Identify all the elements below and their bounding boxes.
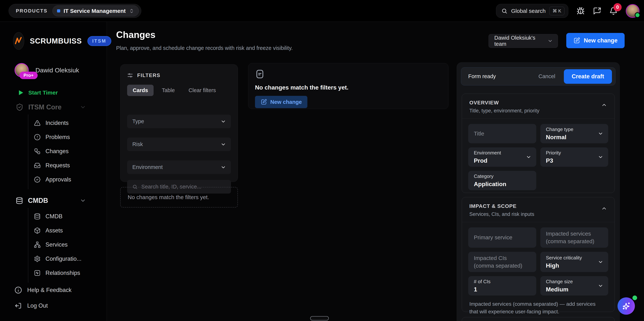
cancel-button[interactable]: Cancel [538,73,555,79]
sidebar-item-incidents[interactable]: Incidents [34,116,106,130]
impact-subtitle: Services, CIs, and risk inputs [469,211,607,217]
new-change-label: New change [584,37,618,44]
chevron-down-icon [220,119,226,124]
environment-filter-select[interactable]: Environment [127,160,231,174]
triangle-alert-icon [34,120,41,126]
sidebar-item-relationships[interactable]: Relationships [34,266,106,280]
shield-check-icon [16,103,24,111]
priority-field[interactable]: Priority P3 [540,147,608,167]
main-content: Changes Plan, approve, and schedule chan… [107,22,644,321]
environment-field[interactable]: Environment Prod [468,147,536,167]
title-field [468,124,536,143]
horizontal-scroll-handle[interactable] [310,316,329,321]
change-size-label: Change size [546,279,596,285]
team-selector[interactable]: Dawid Oleksiuk's team [488,34,558,48]
brand-mark-icon [13,35,24,46]
chevron-up-icon[interactable] [601,205,607,211]
impact-scope-section: IMPACT & SCOPE Services, CIs, and risk i… [462,197,615,312]
service-criticality-value: High [546,262,596,269]
form-status-text: Form ready [468,73,496,79]
chevron-down-icon [548,38,553,44]
sidebar-item-services[interactable]: Services [34,238,106,252]
results-empty-message: No changes match the filters yet. [255,84,442,91]
change-type-value: Normal [546,134,596,141]
sidebar-item-configuration[interactable]: Configuratio... [34,252,106,266]
sidebar-item-label: Changes [46,148,68,155]
category-value: Application [474,181,524,187]
chevrons-up-down-icon [129,8,134,13]
change-size-field[interactable]: Change size Medium [540,276,608,296]
user-avatar[interactable] [626,4,640,18]
assistant-online-dot [632,296,637,300]
start-timer-button[interactable]: Start Timer [0,77,106,96]
database-icon [34,213,41,220]
start-timer-label: Start Timer [28,90,58,96]
sidebar-item-approvals[interactable]: Approvals [34,172,106,187]
view-table-button[interactable]: Table [156,85,180,96]
top-bar-actions: Global search ⌘ K 0 [496,0,640,22]
chevron-down-icon [80,197,86,204]
priority-label: Priority [546,150,596,156]
new-change-empty-label: New change [270,99,302,105]
feedback-share-button[interactable] [593,7,601,15]
bug-report-button[interactable] [576,7,585,15]
filters-title: FILTERS [137,73,160,78]
logout-button[interactable]: Log Out [0,298,106,314]
play-icon [19,90,24,95]
risk-filter-label: Risk [132,141,143,147]
impacted-services-field[interactable]: Impacted services (comma separated) [540,227,608,248]
database-icon [16,197,23,204]
box-icon [34,227,41,234]
inbox-icon [34,162,41,169]
new-change-empty-button[interactable]: New change [255,96,307,108]
logout-icon [14,302,22,310]
sidebar-group-cmdb[interactable]: CMDB [0,189,106,204]
notifications-button[interactable]: 0 [609,7,618,15]
sidebar-item-assets[interactable]: Assets [34,223,106,238]
view-cards-button[interactable]: Cards [127,85,154,96]
global-search[interactable]: Global search ⌘ K [496,4,568,18]
brand-name: SCRUMBUISS [30,37,82,45]
message-share-icon [593,7,601,15]
new-change-button[interactable]: New change [566,33,624,48]
assistant-fab-button[interactable] [618,297,635,315]
chevron-down-icon [220,142,226,147]
activity-square-icon [34,270,41,276]
sidebar-footer: Help & Feedback Log Out [0,282,106,314]
help-feedback-button[interactable]: Help & Feedback [0,282,106,298]
sidebar-group-itsm-core[interactable]: ITSM Core [0,96,106,111]
category-field[interactable]: Category Application [468,171,536,190]
num-cis-input[interactable] [474,286,524,293]
impact-title: IMPACT & SCOPE [469,203,607,209]
sidebar-item-changes[interactable]: Changes [34,144,106,158]
chevron-down-icon [220,164,226,170]
type-filter-select[interactable]: Type [127,115,231,128]
primary-service-field[interactable]: Primary service [468,227,536,248]
title-input[interactable] [474,131,524,137]
risk-filter-select[interactable]: Risk [127,138,231,151]
sidebar-item-requests[interactable]: Requests [34,158,106,172]
group-label-cmdb: CMDB [28,197,48,204]
impacted-cis-field[interactable]: Impacted CIs (comma separated) [468,252,536,272]
filters-header: FILTERS [127,72,231,78]
chevron-up-icon[interactable] [601,102,607,108]
alert-circle-icon [34,134,41,141]
products-label: PRODUCTS [16,8,48,14]
user-row[interactable]: Dawid Oleksiuk Pro+ [0,50,106,77]
overview-title: OVERVIEW [469,100,607,106]
form-status-bar: Form ready Cancel Create draft [461,67,616,85]
change-type-field[interactable]: Change type Normal [540,124,608,143]
create-draft-button[interactable]: Create draft [564,69,612,84]
chevron-down-icon [80,104,86,110]
sidebar-item-cmdb[interactable]: CMDB [34,209,106,223]
sidebar-item-label: Requests [46,162,70,169]
sidebar-item-problems[interactable]: Problems [34,130,106,144]
app-root: PRODUCTS IT Service Management Global se… [0,0,644,321]
change-form-panel: Form ready Cancel Create draft OVERVIEW … [457,62,620,321]
product-switcher[interactable]: IT Service Management [52,5,139,16]
overview-section: OVERVIEW Title, type, environment, prior… [462,94,615,193]
clear-filters-button[interactable]: Clear filters [183,85,222,96]
gear-icon [34,256,41,262]
service-criticality-field[interactable]: Service criticality High [540,252,608,272]
brand-logo[interactable] [13,32,24,50]
